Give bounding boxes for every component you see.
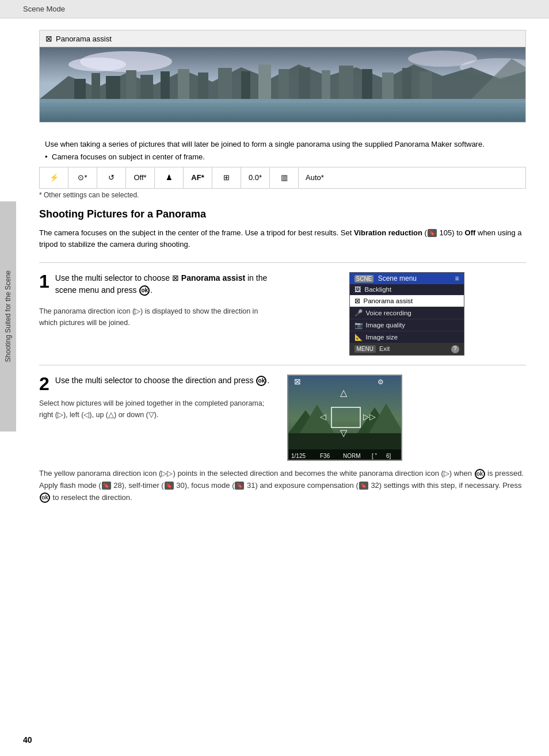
scene-menu-header: SCNE Scene menu ≡ xyxy=(350,273,464,284)
scene-menu-screenshot: SCNE Scene menu ≡ 🖼 Backlight ⊠ Panorama… xyxy=(349,272,464,356)
step1-title: Use the multi selector to choose ⊠ Panor… xyxy=(55,272,272,296)
step2-desc1: Select how pictures will be joined toget… xyxy=(39,398,278,421)
camera-display-inner: ⊠ ⚙ △ ▷▷ ◁ ▽ xyxy=(288,376,401,460)
page-header: Scene Mode xyxy=(0,0,549,18)
panorama-title: Panorama assist xyxy=(56,35,112,43)
svg-text:▽: ▽ xyxy=(340,428,348,438)
voice-icon: 🎤 xyxy=(354,309,363,317)
step2-title: Use the multi selector to choose the dir… xyxy=(55,375,278,387)
setting-off: Off* xyxy=(126,167,155,188)
menu-item-panorama: ⊠ Panorama assist xyxy=(350,295,464,307)
scene-menu-footer: MENU Exit ? xyxy=(350,343,464,355)
ref-icon-28: 🔖 xyxy=(102,482,111,490)
setting-flash: ⚡ xyxy=(40,167,68,188)
svg-rect-20 xyxy=(322,70,330,99)
svg-rect-7 xyxy=(74,79,86,99)
scene-menu-label: SCNE Scene menu xyxy=(354,274,417,282)
svg-text:⚙: ⚙ xyxy=(378,378,384,386)
menu-item-voice: 🎤 Voice recording xyxy=(350,307,464,319)
step1-container: 1 Use the multi selector to choose ⊠ Pan… xyxy=(39,262,526,356)
svg-rect-10 xyxy=(126,70,136,99)
ref-icon-30: 🔖 xyxy=(165,482,174,490)
setting-macro: ♟ xyxy=(155,167,184,188)
step2-number: 2 xyxy=(39,375,49,393)
menu-item-quality: 📷 Image quality xyxy=(350,319,464,331)
panorama-menu-icon: ⊠ xyxy=(354,297,360,305)
main-content: ⊠ Panorama assist xyxy=(16,18,549,536)
svg-text:6]: 6] xyxy=(386,453,391,459)
scene-menu-items: 🖼 Backlight ⊠ Panorama assist 🎤 Voice re… xyxy=(350,284,464,343)
step2-container: 2 Use the multi selector to choose the d… xyxy=(39,365,526,503)
svg-text:◁: ◁ xyxy=(320,412,326,421)
svg-rect-11 xyxy=(140,75,153,99)
backlight-icon: 🖼 xyxy=(354,286,361,293)
svg-rect-14 xyxy=(198,72,208,99)
vibration-reduction-label: Vibration reduction xyxy=(354,228,422,237)
ok-button-icon: ok xyxy=(139,285,150,296)
step2-header: 2 Use the multi selector to choose the d… xyxy=(39,375,526,461)
svg-rect-23 xyxy=(382,72,394,99)
svg-point-2 xyxy=(68,58,126,71)
panorama-assist-label: Panorama assist xyxy=(181,273,245,282)
setting-wb: Auto* xyxy=(299,167,331,188)
svg-text:△: △ xyxy=(340,388,348,398)
setting-rotate: ↺ xyxy=(97,167,126,188)
svg-rect-25 xyxy=(420,71,432,99)
svg-rect-13 xyxy=(178,69,189,99)
ref-icon-105: 🔖 xyxy=(428,229,437,237)
step2-body: The yellow panorama direction icon (▷▷) … xyxy=(39,468,526,503)
setting-self-timer: ⊙* xyxy=(68,167,97,188)
panorama-title-bar: ⊠ Panorama assist xyxy=(40,30,525,47)
svg-rect-15 xyxy=(218,68,232,99)
ok-button3-icon: ok xyxy=(475,469,485,479)
settings-note: * Other settings can be selected. xyxy=(39,191,526,199)
off-label: Off xyxy=(465,228,476,237)
panorama-image xyxy=(40,47,525,122)
ok-button2-icon: ok xyxy=(256,376,266,386)
svg-rect-24 xyxy=(402,68,411,99)
setting-ev: 0.0* xyxy=(241,167,270,188)
svg-text:[ ": [ " xyxy=(372,453,378,459)
step2-right: ⊠ ⚙ △ ▷▷ ◁ ▽ xyxy=(287,375,526,461)
panorama-bullet: Camera focuses on subject in center of f… xyxy=(39,152,526,167)
menu-exit-label: MENU Exit xyxy=(354,345,390,353)
side-tab-label: Shooting Suited for the Scene xyxy=(4,270,12,362)
page-number: 40 xyxy=(23,735,32,744)
header-title: Scene Mode xyxy=(23,5,65,13)
quality-icon: 📷 xyxy=(354,321,363,329)
settings-row: ⚡ ⊙* ↺ Off* ♟ AF* ⊞ 0.0* ▥ Auto* xyxy=(39,167,526,189)
menu-icon: ≡ xyxy=(455,274,459,282)
step2-left: 2 Use the multi selector to choose the d… xyxy=(39,375,278,461)
step1-number: 1 xyxy=(39,272,49,291)
ref-icon-32: 🔖 xyxy=(359,482,368,490)
menu-item-size: 📐 Image size xyxy=(350,331,464,343)
svg-rect-16 xyxy=(241,71,250,99)
svg-rect-19 xyxy=(299,67,310,99)
svg-text:F36: F36 xyxy=(320,453,330,459)
ref-icon-31: 🔖 xyxy=(235,482,244,490)
shooting-heading: Shooting Pictures for a Panorama xyxy=(39,208,526,220)
page: Scene Mode Shooting Suited for the Scene… xyxy=(0,0,549,756)
step1-left: 1 Use the multi selector to choose ⊠ Pan… xyxy=(39,272,278,356)
step1-desc: The panorama direction icon (▷) is displ… xyxy=(39,306,272,329)
panorama-box: ⊠ Panorama assist xyxy=(39,30,526,123)
svg-text:▷▷: ▷▷ xyxy=(363,412,376,421)
side-tab: Shooting Suited for the Scene xyxy=(0,201,16,432)
svg-rect-9 xyxy=(106,76,120,99)
panorama-description: Use when taking a series of pictures tha… xyxy=(39,132,526,152)
svg-rect-21 xyxy=(339,66,353,99)
svg-rect-22 xyxy=(362,69,372,99)
camera-svg: ⊠ ⚙ △ ▷▷ ◁ ▽ xyxy=(288,376,402,461)
menu-btn: MENU xyxy=(354,345,376,353)
svg-text:1/125: 1/125 xyxy=(291,453,306,459)
svg-rect-18 xyxy=(279,69,289,99)
help-icon: ? xyxy=(451,345,459,353)
step1-right: SCNE Scene menu ≡ 🖼 Backlight ⊠ Panorama… xyxy=(287,272,526,356)
svg-rect-8 xyxy=(92,73,100,99)
scene-icon: SCNE xyxy=(354,275,374,282)
svg-rect-17 xyxy=(258,64,271,99)
shooting-body: The camera focuses on the subject in the… xyxy=(39,227,526,251)
camera-display: ⊠ ⚙ △ ▷▷ ◁ ▽ xyxy=(287,375,402,461)
menu-item-backlight: 🖼 Backlight xyxy=(350,284,464,295)
ok-button4-icon: ok xyxy=(40,492,50,503)
